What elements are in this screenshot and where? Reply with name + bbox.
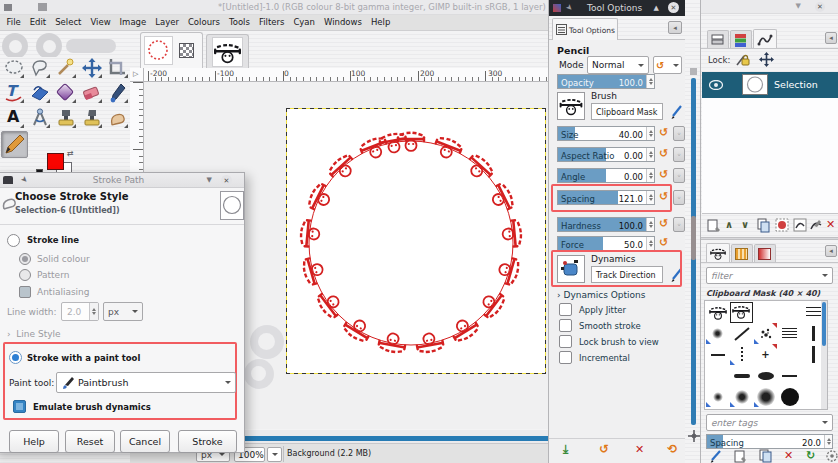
brush-item[interactable] (730, 386, 753, 407)
new-brush-icon[interactable] (734, 449, 747, 463)
move-tool[interactable] (81, 57, 103, 79)
delete-path-icon[interactable]: ✕ (826, 218, 835, 231)
stroke-path-icon[interactable] (809, 218, 823, 232)
brush-filter-input[interactable]: filter (706, 267, 833, 284)
fuzzy-select-tool[interactable] (55, 57, 77, 79)
paths-list[interactable] (702, 98, 838, 214)
raise-path-icon[interactable]: ∧ (725, 219, 733, 230)
swap-colors-icon[interactable]: ⇄ (67, 149, 74, 158)
stroke-button[interactable]: Stroke (178, 430, 237, 453)
crop-tool[interactable] (107, 57, 129, 79)
dialog-titlebar[interactable]: ➤ Stroke Path ▼ ✕ (0, 173, 244, 188)
gradient-tool[interactable] (55, 82, 77, 104)
angle-link-button[interactable]: ◦ (673, 168, 685, 183)
brush-item[interactable]: + (754, 344, 777, 365)
brush-item[interactable] (754, 365, 777, 386)
menu-help[interactable]: Help (366, 15, 394, 30)
bucket-fill-tool[interactable] (29, 82, 51, 104)
hardness-reset-icon[interactable]: ↺ (659, 217, 668, 230)
tool-options-tab[interactable]: Tool Options (552, 18, 618, 40)
text-tool[interactable]: A (3, 107, 25, 129)
delete-brush-icon[interactable]: ✕ (784, 449, 793, 462)
smooth-stroke-checkbox[interactable] (559, 319, 572, 332)
open-brush-icon[interactable] (825, 449, 838, 463)
brush-item[interactable] (754, 323, 777, 344)
right-dock-collapse-icon[interactable]: ▼ (796, 2, 801, 10)
menu-filters[interactable]: Filters (254, 15, 288, 30)
brushes-tab[interactable] (706, 243, 730, 263)
mode-select[interactable]: Normal (587, 56, 649, 74)
pattern-radio[interactable] (19, 269, 31, 281)
angle-slider[interactable]: Angle 0.00 (557, 168, 655, 183)
line-width-spinner[interactable]: 2.0 (61, 302, 99, 321)
menu-image[interactable]: Image (115, 15, 151, 30)
cancel-button[interactable]: Cancel (120, 430, 170, 453)
canvas-vscrollbar[interactable] (691, 78, 696, 425)
brush-clipboard-mask-selected[interactable] (730, 302, 753, 323)
apply-jitter-checkbox[interactable] (559, 303, 572, 316)
brush-clipboard-mask[interactable] (706, 302, 729, 323)
restore-preset-icon[interactable]: ↺ (599, 442, 609, 456)
incremental-checkbox[interactable] (559, 351, 572, 364)
lock-position-icon[interactable] (759, 52, 774, 67)
delete-preset-icon[interactable]: ✕ (635, 443, 644, 456)
hardness-link-button[interactable]: ◦ (673, 217, 685, 232)
selection-to-path-icon[interactable] (793, 218, 807, 232)
solid-colour-radio[interactable] (19, 253, 31, 265)
brush-edit-pencil-icon[interactable] (669, 102, 685, 122)
menu-cyan[interactable]: Cyan (289, 15, 320, 30)
path-row-selection[interactable]: Selection (702, 72, 838, 98)
aspect-link-button[interactable]: ◦ (673, 147, 685, 162)
brushes-menu-button[interactable]: ◂ (825, 245, 837, 257)
new-path-icon[interactable] (707, 218, 720, 233)
antialiasing-checkbox[interactable] (19, 286, 31, 298)
size-slider[interactable]: Size 40.00 (557, 126, 655, 141)
clone-tool[interactable] (55, 107, 77, 129)
ellipse-select-tool[interactable] (3, 57, 25, 79)
menu-tools[interactable]: Tools (224, 15, 254, 30)
brush-grid-scrollbar[interactable] (821, 301, 827, 409)
pencil-tool[interactable] (1, 131, 28, 158)
menu-colours[interactable]: Colours (183, 15, 224, 30)
menu-view[interactable]: View (86, 15, 115, 30)
stroke-paint-tool-radio[interactable] (9, 351, 22, 364)
stroke-line-radio[interactable] (7, 234, 20, 247)
force-reset-icon[interactable]: ↺ (659, 236, 668, 249)
brush-spacing-slider[interactable]: Spacing 20.0 (706, 434, 833, 449)
hardness-slider[interactable]: Hardness 100.0 (557, 217, 655, 232)
opacity-slider[interactable]: Opacity 100.0 (557, 74, 655, 89)
dock-collapse-icon[interactable]: ▲ (654, 4, 659, 12)
brush-name-box[interactable]: Clipboard Mask (591, 103, 663, 120)
emulate-dynamics-checkbox[interactable] (13, 400, 26, 413)
brush-item[interactable] (730, 323, 753, 344)
image-tab-active[interactable] (140, 32, 203, 68)
spacing-link-button[interactable]: ◦ (673, 190, 685, 205)
edit-brush-icon[interactable] (709, 449, 724, 463)
right-dock-titlebar[interactable]: ▼ ✕ (701, 0, 838, 14)
dynamics-options-expander[interactable]: › Dynamics Options (557, 290, 645, 300)
menu-windows[interactable]: Windows (319, 15, 366, 30)
brush-item[interactable] (754, 386, 777, 407)
right-dock-close-icon[interactable]: ✕ (815, 2, 825, 12)
brush-item[interactable] (706, 323, 729, 344)
dialog-collapse-icon[interactable]: ▼ (207, 176, 212, 184)
menu-select[interactable]: Select (51, 15, 86, 30)
gradients-tab[interactable] (754, 244, 776, 263)
menu-layer[interactable]: Layer (151, 15, 184, 30)
dialog-close-icon[interactable]: ✕ (221, 175, 232, 186)
brush-item[interactable] (730, 365, 753, 386)
aspect-ratio-slider[interactable]: Aspect Ratio 0.00 (557, 147, 655, 162)
image-tab-inactive[interactable] (206, 34, 249, 68)
reset-tool-icon[interactable]: ⟲ (667, 442, 677, 456)
brush-item[interactable] (706, 344, 729, 365)
save-preset-icon[interactable]: ⤓ (563, 442, 568, 456)
help-button[interactable]: Help (9, 430, 59, 453)
angle-reset-icon[interactable]: ↺ (659, 168, 668, 181)
layers-tab[interactable] (707, 30, 729, 49)
visibility-eye-icon[interactable] (709, 80, 723, 90)
paint-tool-select[interactable]: Paintbrush (56, 372, 236, 393)
brush-thumbnail-button[interactable] (557, 92, 585, 120)
perspective-clone-tool[interactable] (81, 107, 103, 129)
brush-tags-input[interactable]: enter tags (706, 414, 833, 431)
lock-strokes-icon[interactable] (735, 53, 750, 67)
